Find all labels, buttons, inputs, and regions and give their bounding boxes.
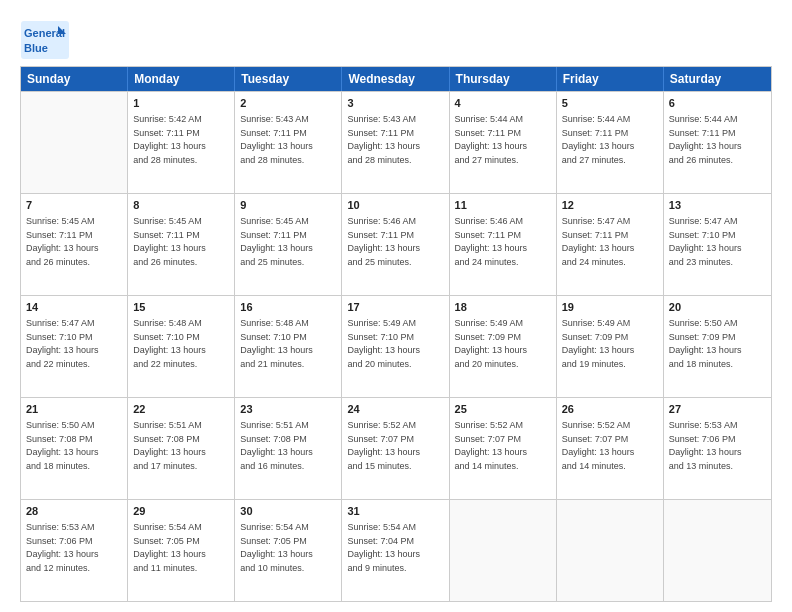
day-info: Sunrise: 5:47 AM Sunset: 7:10 PM Dayligh… <box>26 317 122 371</box>
calendar-day-cell: 1Sunrise: 5:42 AM Sunset: 7:11 PM Daylig… <box>128 92 235 193</box>
weekday-header: Tuesday <box>235 67 342 91</box>
calendar-day-cell: 20Sunrise: 5:50 AM Sunset: 7:09 PM Dayli… <box>664 296 771 397</box>
page-header: GeneralBlue <box>20 20 772 60</box>
calendar-header: SundayMondayTuesdayWednesdayThursdayFrid… <box>21 67 771 91</box>
weekday-header: Monday <box>128 67 235 91</box>
calendar-day-cell: 30Sunrise: 5:54 AM Sunset: 7:05 PM Dayli… <box>235 500 342 601</box>
weekday-header: Sunday <box>21 67 128 91</box>
day-number: 4 <box>455 96 551 111</box>
calendar-week: 21Sunrise: 5:50 AM Sunset: 7:08 PM Dayli… <box>21 397 771 499</box>
day-info: Sunrise: 5:54 AM Sunset: 7:04 PM Dayligh… <box>347 521 443 575</box>
day-number: 2 <box>240 96 336 111</box>
day-number: 23 <box>240 402 336 417</box>
calendar-day-cell: 9Sunrise: 5:45 AM Sunset: 7:11 PM Daylig… <box>235 194 342 295</box>
calendar-day-cell: 7Sunrise: 5:45 AM Sunset: 7:11 PM Daylig… <box>21 194 128 295</box>
day-number: 8 <box>133 198 229 213</box>
calendar-day-cell: 27Sunrise: 5:53 AM Sunset: 7:06 PM Dayli… <box>664 398 771 499</box>
day-number: 25 <box>455 402 551 417</box>
calendar-day-cell: 8Sunrise: 5:45 AM Sunset: 7:11 PM Daylig… <box>128 194 235 295</box>
day-info: Sunrise: 5:46 AM Sunset: 7:11 PM Dayligh… <box>455 215 551 269</box>
day-number: 30 <box>240 504 336 519</box>
day-info: Sunrise: 5:44 AM Sunset: 7:11 PM Dayligh… <box>562 113 658 167</box>
logo: GeneralBlue <box>20 20 70 60</box>
day-number: 22 <box>133 402 229 417</box>
day-number: 13 <box>669 198 766 213</box>
day-number: 18 <box>455 300 551 315</box>
day-info: Sunrise: 5:48 AM Sunset: 7:10 PM Dayligh… <box>240 317 336 371</box>
day-number: 3 <box>347 96 443 111</box>
day-info: Sunrise: 5:44 AM Sunset: 7:11 PM Dayligh… <box>455 113 551 167</box>
day-info: Sunrise: 5:48 AM Sunset: 7:10 PM Dayligh… <box>133 317 229 371</box>
day-info: Sunrise: 5:47 AM Sunset: 7:11 PM Dayligh… <box>562 215 658 269</box>
day-number: 15 <box>133 300 229 315</box>
calendar-day-cell: 3Sunrise: 5:43 AM Sunset: 7:11 PM Daylig… <box>342 92 449 193</box>
calendar-day-cell: 13Sunrise: 5:47 AM Sunset: 7:10 PM Dayli… <box>664 194 771 295</box>
weekday-header: Saturday <box>664 67 771 91</box>
day-info: Sunrise: 5:44 AM Sunset: 7:11 PM Dayligh… <box>669 113 766 167</box>
day-number: 14 <box>26 300 122 315</box>
day-info: Sunrise: 5:45 AM Sunset: 7:11 PM Dayligh… <box>133 215 229 269</box>
calendar-day-cell: 16Sunrise: 5:48 AM Sunset: 7:10 PM Dayli… <box>235 296 342 397</box>
day-number: 9 <box>240 198 336 213</box>
day-number: 12 <box>562 198 658 213</box>
day-number: 20 <box>669 300 766 315</box>
day-info: Sunrise: 5:54 AM Sunset: 7:05 PM Dayligh… <box>133 521 229 575</box>
calendar-day-cell <box>450 500 557 601</box>
logo-icon: GeneralBlue <box>20 20 70 60</box>
calendar-day-cell: 29Sunrise: 5:54 AM Sunset: 7:05 PM Dayli… <box>128 500 235 601</box>
calendar-day-cell: 2Sunrise: 5:43 AM Sunset: 7:11 PM Daylig… <box>235 92 342 193</box>
day-info: Sunrise: 5:45 AM Sunset: 7:11 PM Dayligh… <box>26 215 122 269</box>
calendar-day-cell <box>557 500 664 601</box>
day-info: Sunrise: 5:49 AM Sunset: 7:10 PM Dayligh… <box>347 317 443 371</box>
calendar-day-cell: 31Sunrise: 5:54 AM Sunset: 7:04 PM Dayli… <box>342 500 449 601</box>
day-info: Sunrise: 5:49 AM Sunset: 7:09 PM Dayligh… <box>562 317 658 371</box>
day-number: 5 <box>562 96 658 111</box>
weekday-header: Wednesday <box>342 67 449 91</box>
day-info: Sunrise: 5:54 AM Sunset: 7:05 PM Dayligh… <box>240 521 336 575</box>
day-number: 21 <box>26 402 122 417</box>
day-info: Sunrise: 5:47 AM Sunset: 7:10 PM Dayligh… <box>669 215 766 269</box>
calendar-day-cell: 11Sunrise: 5:46 AM Sunset: 7:11 PM Dayli… <box>450 194 557 295</box>
calendar-day-cell: 25Sunrise: 5:52 AM Sunset: 7:07 PM Dayli… <box>450 398 557 499</box>
weekday-header: Thursday <box>450 67 557 91</box>
day-number: 6 <box>669 96 766 111</box>
day-info: Sunrise: 5:49 AM Sunset: 7:09 PM Dayligh… <box>455 317 551 371</box>
day-number: 27 <box>669 402 766 417</box>
calendar-day-cell: 4Sunrise: 5:44 AM Sunset: 7:11 PM Daylig… <box>450 92 557 193</box>
calendar-day-cell: 23Sunrise: 5:51 AM Sunset: 7:08 PM Dayli… <box>235 398 342 499</box>
day-info: Sunrise: 5:42 AM Sunset: 7:11 PM Dayligh… <box>133 113 229 167</box>
day-number: 10 <box>347 198 443 213</box>
day-number: 7 <box>26 198 122 213</box>
calendar-day-cell <box>21 92 128 193</box>
calendar-day-cell: 19Sunrise: 5:49 AM Sunset: 7:09 PM Dayli… <box>557 296 664 397</box>
calendar-day-cell: 24Sunrise: 5:52 AM Sunset: 7:07 PM Dayli… <box>342 398 449 499</box>
day-info: Sunrise: 5:45 AM Sunset: 7:11 PM Dayligh… <box>240 215 336 269</box>
day-number: 11 <box>455 198 551 213</box>
day-number: 19 <box>562 300 658 315</box>
day-info: Sunrise: 5:50 AM Sunset: 7:08 PM Dayligh… <box>26 419 122 473</box>
calendar-day-cell: 17Sunrise: 5:49 AM Sunset: 7:10 PM Dayli… <box>342 296 449 397</box>
calendar-body: 1Sunrise: 5:42 AM Sunset: 7:11 PM Daylig… <box>21 91 771 601</box>
calendar-week: 1Sunrise: 5:42 AM Sunset: 7:11 PM Daylig… <box>21 91 771 193</box>
day-number: 16 <box>240 300 336 315</box>
day-info: Sunrise: 5:46 AM Sunset: 7:11 PM Dayligh… <box>347 215 443 269</box>
calendar-day-cell <box>664 500 771 601</box>
day-number: 17 <box>347 300 443 315</box>
day-info: Sunrise: 5:52 AM Sunset: 7:07 PM Dayligh… <box>347 419 443 473</box>
calendar-day-cell: 26Sunrise: 5:52 AM Sunset: 7:07 PM Dayli… <box>557 398 664 499</box>
day-number: 24 <box>347 402 443 417</box>
day-info: Sunrise: 5:43 AM Sunset: 7:11 PM Dayligh… <box>240 113 336 167</box>
calendar-day-cell: 5Sunrise: 5:44 AM Sunset: 7:11 PM Daylig… <box>557 92 664 193</box>
calendar-week: 28Sunrise: 5:53 AM Sunset: 7:06 PM Dayli… <box>21 499 771 601</box>
day-info: Sunrise: 5:53 AM Sunset: 7:06 PM Dayligh… <box>669 419 766 473</box>
calendar-day-cell: 14Sunrise: 5:47 AM Sunset: 7:10 PM Dayli… <box>21 296 128 397</box>
calendar: SundayMondayTuesdayWednesdayThursdayFrid… <box>20 66 772 602</box>
day-info: Sunrise: 5:51 AM Sunset: 7:08 PM Dayligh… <box>133 419 229 473</box>
day-info: Sunrise: 5:50 AM Sunset: 7:09 PM Dayligh… <box>669 317 766 371</box>
calendar-day-cell: 6Sunrise: 5:44 AM Sunset: 7:11 PM Daylig… <box>664 92 771 193</box>
calendar-day-cell: 15Sunrise: 5:48 AM Sunset: 7:10 PM Dayli… <box>128 296 235 397</box>
calendar-day-cell: 10Sunrise: 5:46 AM Sunset: 7:11 PM Dayli… <box>342 194 449 295</box>
calendar-week: 14Sunrise: 5:47 AM Sunset: 7:10 PM Dayli… <box>21 295 771 397</box>
calendar-day-cell: 21Sunrise: 5:50 AM Sunset: 7:08 PM Dayli… <box>21 398 128 499</box>
day-number: 29 <box>133 504 229 519</box>
